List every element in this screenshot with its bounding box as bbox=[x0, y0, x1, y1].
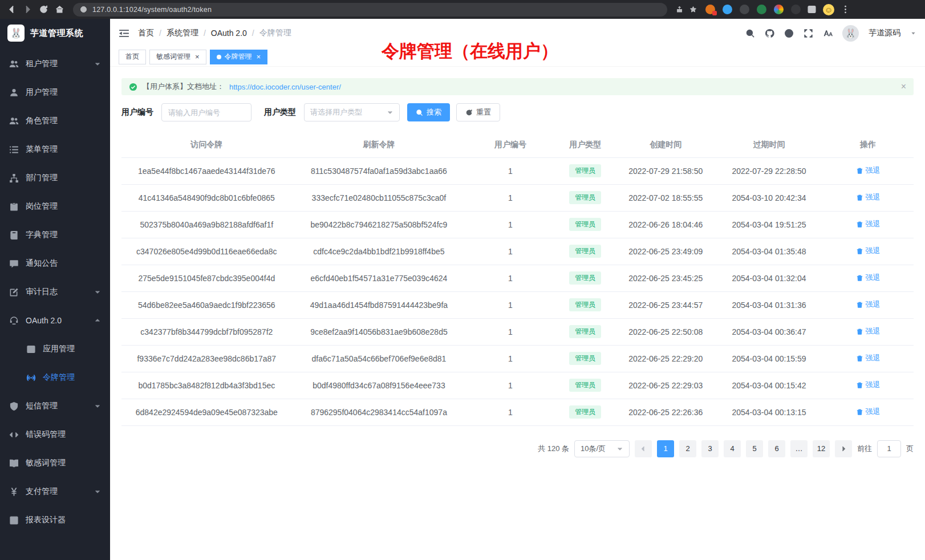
sidebar-item-sms[interactable]: 短信管理 bbox=[0, 392, 110, 420]
sidebar-item-oauth2-token[interactable]: 令牌管理 bbox=[0, 363, 110, 392]
alert-close-icon[interactable]: × bbox=[901, 82, 906, 91]
page-size-select[interactable]: 10条/页 bbox=[574, 440, 630, 457]
pagination: 共 120 条 10条/页 123456…12 前往 页 bbox=[121, 440, 914, 457]
refresh-token-cell: 9ce8ef2aa9f14056b831ae9b608e28d5 bbox=[292, 318, 466, 345]
star-icon[interactable] bbox=[689, 6, 697, 13]
extension-orange-icon[interactable] bbox=[705, 5, 715, 14]
sidebar-item-error-code[interactable]: 错误码管理 bbox=[0, 420, 110, 449]
user-type-select[interactable]: 请选择用户类型 bbox=[304, 103, 400, 121]
sidebar-item-label: 短信管理 bbox=[26, 401, 58, 411]
jump-label: 前往 bbox=[857, 444, 872, 454]
tab-close-icon[interactable]: × bbox=[195, 53, 200, 60]
sidebar-item-pay[interactable]: 支付管理 bbox=[0, 477, 110, 506]
user-type-cell: 管理员 bbox=[555, 157, 616, 184]
sidebar-item-tenant[interactable]: 租户管理 bbox=[0, 50, 110, 78]
sidebar-item-menu[interactable]: 菜单管理 bbox=[0, 135, 110, 164]
address-bar[interactable]: 127.0.0.1:1024/system/oauth2/token bbox=[73, 3, 667, 17]
info-icon[interactable] bbox=[80, 6, 87, 13]
reset-button[interactable]: 重置 bbox=[456, 103, 500, 121]
force-logout-button[interactable]: 强退 bbox=[856, 246, 881, 256]
jump-page-input[interactable] bbox=[877, 440, 901, 457]
sidebar-item-post[interactable]: 岗位管理 bbox=[0, 192, 110, 221]
page-button-6[interactable]: 6 bbox=[768, 440, 785, 457]
sidebar-item-oauth2[interactable]: OAuth 2.0 bbox=[0, 306, 110, 335]
reload-icon[interactable] bbox=[39, 5, 48, 14]
force-logout-button[interactable]: 强退 bbox=[856, 407, 881, 417]
sidebar-item-dept[interactable]: 部门管理 bbox=[0, 164, 110, 192]
breadcrumb: 首页/系统管理/OAuth 2.0/令牌管理 bbox=[138, 28, 291, 38]
search-button[interactable]: 搜索 bbox=[407, 103, 450, 121]
refresh-token-cell: cdfc4ce9c2da4bb1bdf21b9918ff4be5 bbox=[292, 238, 466, 265]
yen-icon bbox=[9, 487, 19, 497]
username[interactable]: 芋道源码 bbox=[869, 28, 900, 38]
user-caret-icon[interactable] bbox=[910, 30, 916, 36]
forward-icon[interactable] bbox=[23, 5, 33, 14]
fullscreen-icon[interactable] bbox=[804, 29, 813, 38]
prev-page-button[interactable] bbox=[635, 440, 652, 457]
share-icon[interactable] bbox=[676, 6, 683, 13]
force-logout-button[interactable]: 强退 bbox=[856, 353, 881, 363]
extension-black-icon[interactable] bbox=[791, 5, 801, 14]
sidebar-panel-icon[interactable] bbox=[807, 5, 817, 14]
menu-fold-icon[interactable] bbox=[119, 29, 129, 38]
badge-icon bbox=[9, 202, 19, 212]
next-page-button[interactable] bbox=[835, 440, 852, 457]
user-type-cell: 管理员 bbox=[555, 211, 616, 238]
page-button-5[interactable]: 5 bbox=[746, 440, 763, 457]
user-avatar[interactable]: 🐰 bbox=[842, 25, 859, 42]
tab-close-icon[interactable]: × bbox=[257, 53, 261, 60]
search-icon[interactable] bbox=[745, 29, 755, 38]
page-button-2[interactable]: 2 bbox=[679, 440, 696, 457]
user-id-input[interactable] bbox=[161, 103, 251, 121]
force-logout-button[interactable]: 强退 bbox=[856, 299, 881, 310]
sidebar-item-label: 部门管理 bbox=[26, 173, 58, 183]
chevron-down-icon bbox=[387, 109, 393, 116]
sidebar-item-label: 错误码管理 bbox=[26, 429, 66, 440]
github-icon[interactable] bbox=[765, 29, 774, 38]
kebab-menu-icon[interactable] bbox=[841, 5, 850, 14]
extension-multicolor-icon[interactable] bbox=[774, 5, 784, 14]
extension-dark-icon[interactable] bbox=[740, 5, 749, 14]
page-button-1[interactable]: 1 bbox=[657, 440, 674, 457]
sidebar-item-oauth2-app[interactable]: 应用管理 bbox=[0, 335, 110, 363]
back-icon[interactable] bbox=[7, 5, 17, 14]
force-logout-button[interactable]: 强退 bbox=[856, 326, 881, 336]
sidebar-item-sensitive-word[interactable]: 敏感词管理 bbox=[0, 449, 110, 477]
window-icon bbox=[26, 344, 36, 354]
force-logout-button[interactable]: 强退 bbox=[856, 192, 881, 202]
breadcrumb-item[interactable]: OAuth 2.0 bbox=[211, 29, 247, 38]
sidebar-item-user[interactable]: 用户管理 bbox=[0, 78, 110, 107]
page-button-12[interactable]: 12 bbox=[813, 440, 830, 457]
sidebar-item-notice[interactable]: 通知公告 bbox=[0, 249, 110, 278]
sidebar-item-dict[interactable]: 字典管理 bbox=[0, 221, 110, 249]
force-logout-label: 强退 bbox=[866, 299, 881, 310]
font-size-icon[interactable] bbox=[823, 29, 833, 38]
sidebar-item-audit-log[interactable]: 审计日志 bbox=[0, 278, 110, 306]
force-logout-button[interactable]: 强退 bbox=[856, 380, 881, 390]
tab-home[interactable]: 首页 bbox=[119, 50, 146, 64]
help-icon[interactable] bbox=[784, 29, 794, 38]
tab-sensitive-word[interactable]: 敏感词管理× bbox=[149, 50, 206, 64]
browser-profile-icon[interactable]: ☺ bbox=[823, 4, 834, 15]
extension-blue-icon[interactable] bbox=[723, 5, 732, 14]
page-ellipsis[interactable]: … bbox=[790, 440, 808, 457]
force-logout-button[interactable]: 强退 bbox=[856, 165, 881, 176]
breadcrumb-item[interactable]: 首页 bbox=[138, 28, 154, 38]
alert-link[interactable]: https://doc.iocoder.cn/user-center/ bbox=[229, 83, 341, 91]
user-type-cell: 管理员 bbox=[555, 345, 616, 372]
home-icon[interactable] bbox=[55, 5, 64, 14]
reset-button-label: 重置 bbox=[476, 107, 491, 117]
trash-icon bbox=[856, 274, 863, 282]
page-button-4[interactable]: 4 bbox=[724, 440, 741, 457]
force-logout-label: 强退 bbox=[866, 326, 881, 336]
extension-green-icon[interactable] bbox=[757, 5, 766, 14]
breadcrumb-item[interactable]: 系统管理 bbox=[167, 28, 198, 38]
sidebar-item-role[interactable]: 角色管理 bbox=[0, 107, 110, 135]
chevron-down-icon bbox=[94, 60, 101, 67]
app-logo[interactable]: 🐰 芋道管理系统 bbox=[0, 19, 110, 47]
sidebar-item-report[interactable]: 报表设计器 bbox=[0, 506, 110, 534]
page-button-3[interactable]: 3 bbox=[701, 440, 719, 457]
force-logout-button[interactable]: 强退 bbox=[856, 219, 881, 229]
tab-token[interactable]: 令牌管理× bbox=[210, 50, 268, 64]
force-logout-button[interactable]: 强退 bbox=[856, 273, 881, 283]
